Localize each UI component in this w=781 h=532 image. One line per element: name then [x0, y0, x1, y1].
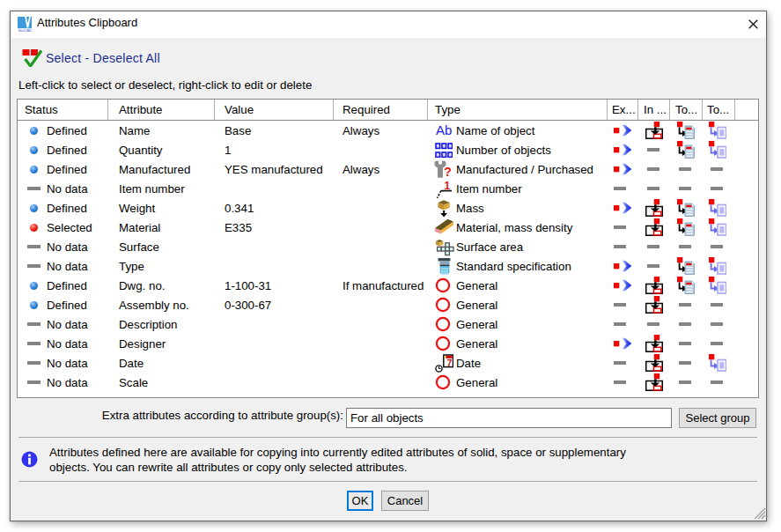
svg-text:VariCAD: VariCAD [18, 28, 32, 33]
